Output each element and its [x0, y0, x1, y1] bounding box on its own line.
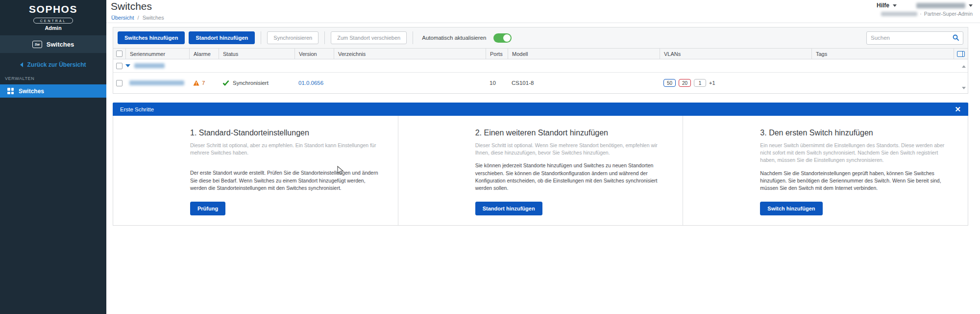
vlan-badge[interactable]: 50 — [663, 79, 676, 87]
grid-icon — [7, 88, 14, 94]
column-header-modell[interactable]: Modell — [508, 49, 660, 59]
account-area: Hilfe · Partner-Super-Admin — [877, 2, 973, 17]
table-body: 7 Synchronisiert 01.0.0656 10 CS101-8 50… — [113, 59, 968, 93]
step-1: 1. Standard-Standorteinstellungen Dieser… — [113, 116, 398, 225]
column-header-version[interactable]: Version — [294, 49, 334, 59]
step-3: 3. Den ersten Switch hinzufügen Ein neue… — [683, 116, 968, 225]
toolbar: Switches hinzufügen Standort hinzufügen … — [113, 27, 968, 48]
step-hint: Dieser Schritt ist optional, aber zu emp… — [190, 142, 383, 157]
product-label: Switches — [47, 41, 74, 48]
search-icon[interactable] — [953, 34, 959, 41]
alarm-count[interactable]: 7 — [202, 80, 205, 86]
add-switch-step-button[interactable]: Switch hinzufügen — [760, 202, 822, 215]
column-header-verzeichnis[interactable]: Verzeichnis — [334, 49, 486, 59]
step-title: 1. Standard-Standorteinstellungen — [190, 129, 383, 137]
breadcrumb-separator: / — [138, 15, 139, 21]
sophos-logo: SOPHOS CENTRAL Admin — [0, 0, 106, 35]
table-group-row — [113, 59, 968, 73]
group-row-checkbox[interactable] — [116, 63, 122, 69]
column-header-seriennummer[interactable]: Seriennummer — [125, 49, 189, 59]
sidebar-item-switches[interactable]: Switches — [0, 84, 106, 98]
close-icon[interactable]: ✕ — [955, 105, 961, 113]
redacted-org-name — [881, 12, 917, 16]
column-header-status[interactable]: Status — [219, 49, 294, 59]
breadcrumb: Übersicht / Switches — [111, 15, 164, 21]
column-header-ports[interactable]: Ports — [486, 49, 508, 59]
redacted-site-name[interactable] — [134, 63, 165, 68]
sidebar-section-verwalten: VERWALTEN — [0, 68, 106, 84]
table-header: Seriennummer Alarme Status Version Verze… — [113, 48, 968, 59]
caret-left-icon — [20, 62, 23, 67]
step-title: 3. Den ersten Switch hinzufügen — [760, 129, 953, 137]
chevron-down-icon[interactable] — [969, 4, 973, 7]
back-to-overview-link[interactable]: Zurück zur Übersicht — [0, 61, 106, 68]
help-menu[interactable]: Hilfe — [877, 2, 889, 9]
step-body: Nachdem Sie die Standorteinstellungen ge… — [760, 170, 953, 192]
chevron-down-icon[interactable] — [893, 4, 897, 7]
back-link-label: Zurück zur Übersicht — [27, 61, 86, 68]
switches-card: Switches hinzufügen Standort hinzufügen … — [113, 27, 968, 94]
synchronize-button[interactable]: Synchronisieren — [267, 31, 318, 44]
row-checkbox[interactable] — [116, 80, 122, 86]
breadcrumb-current: Switches — [143, 15, 164, 21]
collapse-group-icon[interactable] — [125, 64, 130, 67]
version-link[interactable]: 01.0.0656 — [298, 80, 323, 86]
getting-started-title: Erste Schritte — [120, 106, 154, 112]
table-row[interactable]: 7 Synchronisiert 01.0.0656 10 CS101-8 50… — [113, 73, 968, 93]
auto-refresh-toggle[interactable] — [493, 33, 512, 43]
getting-started-panel: Erste Schritte ✕ 1. Standard-Standortein… — [113, 103, 968, 226]
switch-icon: Sw — [32, 41, 42, 48]
model-cell: CS101-8 — [508, 73, 660, 93]
sidebar: SOPHOS CENTRAL Admin Sw Switches Zurück … — [0, 0, 106, 314]
breadcrumb-overview-link[interactable]: Übersicht — [111, 15, 134, 21]
central-badge: CENTRAL — [33, 18, 74, 24]
column-header-vlans[interactable]: VLANs — [660, 49, 811, 59]
vlan-badge[interactable]: 1 — [694, 79, 706, 87]
column-picker-icon[interactable] — [957, 51, 965, 57]
step-hint: Ein neuer Switch übernimmt die Einstellu… — [760, 142, 953, 164]
tags-cell — [811, 73, 954, 93]
toolbar-divider — [261, 31, 261, 44]
review-button[interactable]: Prüfung — [190, 202, 225, 215]
auto-refresh-label: Automatisch aktualisieren — [422, 35, 486, 41]
redacted-serial-number[interactable] — [129, 80, 184, 85]
select-all-checkbox[interactable] — [116, 51, 122, 57]
toggle-knob — [503, 34, 511, 42]
step-2: 2. Einen weiteren Standort hinzufügen Di… — [398, 116, 683, 225]
step-title: 2. Einen weiteren Standort hinzufügen — [475, 129, 668, 137]
ports-cell: 10 — [486, 73, 508, 93]
status-text: Synchronisiert — [233, 80, 269, 86]
toolbar-divider — [413, 31, 413, 44]
step-hint: Dieser Schritt ist optional. Wenn Sie me… — [475, 142, 668, 157]
directory-cell — [334, 73, 486, 93]
add-site-step-button[interactable]: Standort hinzufügen — [475, 202, 542, 215]
step-body: Der erste Standort wurde erstellt. Prüfe… — [190, 169, 383, 192]
getting-started-header: Erste Schritte ✕ — [113, 103, 968, 116]
search-box — [866, 31, 963, 45]
brand-name: SOPHOS — [0, 3, 106, 15]
column-header-alarme[interactable]: Alarme — [189, 49, 219, 59]
vlans-cell: 50 20 1 +1 — [660, 73, 811, 93]
move-to-site-button[interactable]: Zum Standort verschieben — [331, 31, 407, 44]
topbar: Switches Übersicht / Switches Hilfe · Pa… — [106, 0, 980, 23]
scroll-up-icon[interactable] — [962, 65, 966, 68]
product-header: Sw Switches — [0, 35, 106, 53]
page-title: Switches — [111, 0, 152, 12]
main-content: Switches Übersicht / Switches Hilfe · Pa… — [106, 0, 980, 314]
sidebar-item-label: Switches — [19, 88, 44, 95]
user-role: Partner-Super-Admin — [924, 11, 973, 17]
add-switches-button[interactable]: Switches hinzufügen — [118, 31, 185, 44]
vlan-badge[interactable]: 20 — [679, 79, 691, 87]
scroll-down-icon[interactable] — [962, 87, 966, 89]
search-input[interactable] — [871, 35, 953, 41]
toolbar-divider — [324, 31, 325, 44]
add-site-button[interactable]: Standort hinzufügen — [189, 31, 255, 44]
step-body: Sie können jederzeit Standorte hinzufüge… — [475, 162, 668, 192]
check-icon — [222, 80, 229, 86]
vlan-more-count[interactable]: +1 — [709, 80, 715, 86]
getting-started-body: 1. Standard-Standorteinstellungen Dieser… — [113, 116, 968, 226]
role-separator: · — [920, 11, 922, 17]
column-header-tags[interactable]: Tags — [811, 49, 954, 59]
edition-label: Admin — [0, 25, 106, 31]
redacted-user-name[interactable] — [916, 3, 965, 8]
